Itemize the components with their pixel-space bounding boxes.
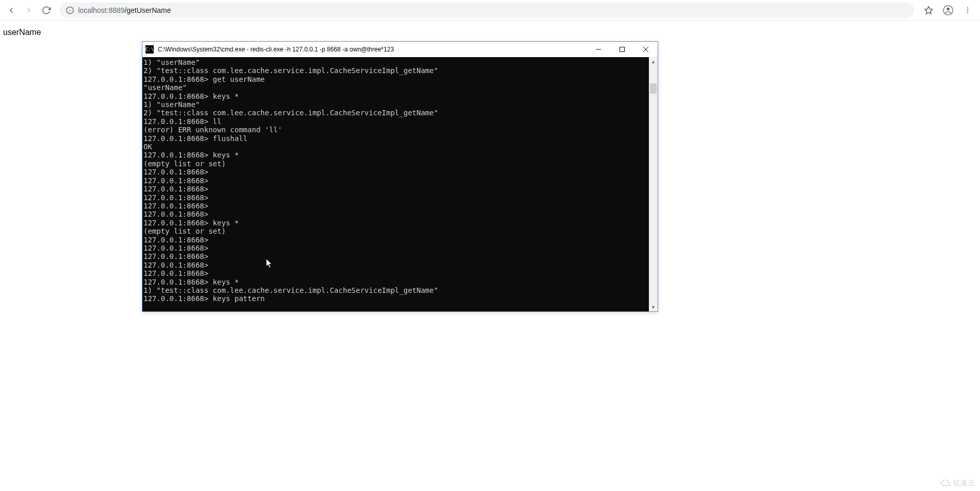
cmd-line: 127.0.0.1:8668> keys *: [143, 151, 648, 159]
cmd-line: 127.0.0.1:8668>: [143, 252, 648, 260]
cmd-line: (empty list or set): [143, 160, 648, 168]
minimize-button[interactable]: [587, 42, 610, 57]
svg-point-5: [947, 7, 949, 10]
cmd-line: 2) "test::class com.lee.cache.service.im…: [143, 109, 648, 117]
reload-button[interactable]: [39, 3, 53, 17]
cmd-line: 127.0.0.1:8668>: [143, 261, 648, 269]
profile-avatar-button[interactable]: [940, 2, 956, 19]
watermark-text: 亿速云: [953, 479, 975, 488]
cloud-icon: [940, 480, 951, 487]
cmd-line: 2) "test::class com.lee.cache.service.im…: [143, 66, 648, 75]
svg-point-6: [967, 7, 968, 8]
cmd-line: 127.0.0.1:8668>: [143, 168, 648, 176]
cmd-app-icon: C:\: [146, 45, 154, 54]
url-host: localhost:8889: [78, 6, 124, 14]
site-info-icon[interactable]: [66, 6, 74, 14]
cmd-body-wrap: 1) "userName"2) "test::class com.lee.cac…: [142, 57, 658, 311]
cmd-line: 127.0.0.1:8668>: [143, 269, 648, 277]
cmd-line: 127.0.0.1:8668>: [143, 236, 648, 244]
cmd-line: 1) "userName": [143, 100, 648, 109]
cmd-window: C:\ C:\Windows\System32\cmd.exe - redis-…: [142, 41, 658, 312]
svg-rect-10: [620, 47, 625, 52]
svg-marker-3: [925, 6, 933, 13]
scroll-up-arrow-icon[interactable]: ▴: [649, 57, 658, 66]
cmd-line: 1) "test::class com.lee.cache.service.im…: [143, 286, 648, 294]
page-body-text: userName: [3, 28, 41, 37]
back-button[interactable]: [4, 3, 19, 17]
cmd-line: 1) "userName": [143, 58, 648, 66]
scroll-thumb[interactable]: [650, 83, 657, 94]
cmd-line: 127.0.0.1:8668> keys pattern: [143, 294, 648, 303]
svg-point-7: [967, 9, 968, 10]
window-control-buttons: [587, 42, 658, 57]
url-text: localhost:8889/getUserName: [78, 6, 171, 14]
scroll-down-arrow-icon[interactable]: ▾: [649, 303, 658, 311]
scroll-track[interactable]: [649, 66, 658, 303]
cmd-terminal-output[interactable]: 1) "userName"2) "test::class com.lee.cac…: [142, 57, 649, 311]
cmd-line: 127.0.0.1:8668>: [143, 177, 648, 185]
cmd-titlebar[interactable]: C:\ C:\Windows\System32\cmd.exe - redis-…: [142, 42, 658, 57]
cmd-line: 127.0.0.1:8668>: [143, 210, 648, 218]
cmd-line: 127.0.0.1:8668>: [143, 185, 648, 193]
cmd-line: 127.0.0.1:8668>: [143, 202, 648, 210]
cmd-line: 127.0.0.1:8668> get userName: [143, 75, 648, 83]
cmd-line: 127.0.0.1:8668>: [143, 194, 648, 202]
cmd-line: 127.0.0.1:8668>: [143, 244, 648, 252]
cmd-vertical-scrollbar[interactable]: ▴ ▾: [649, 57, 658, 311]
maximize-button[interactable]: [610, 42, 634, 57]
cmd-line: 127.0.0.1:8668> keys *: [143, 219, 648, 227]
cmd-line: 127.0.0.1:8668> flushall: [143, 134, 648, 143]
watermark: 亿速云: [940, 479, 975, 488]
url-path: /getUserName: [124, 6, 171, 14]
cmd-line: 127.0.0.1:8668> ll: [143, 117, 648, 126]
address-bar[interactable]: localhost:8889/getUserName: [60, 3, 914, 18]
kebab-menu-icon[interactable]: [959, 2, 976, 19]
cmd-line: "userName": [143, 83, 648, 92]
cmd-line: (empty list or set): [143, 227, 648, 235]
close-button[interactable]: [634, 42, 658, 57]
cmd-line: 127.0.0.1:8668> keys *: [143, 92, 648, 100]
forward-button[interactable]: [22, 3, 36, 17]
cmd-line: 127.0.0.1:8668> keys *: [143, 278, 648, 286]
browser-toolbar: localhost:8889/getUserName: [0, 0, 980, 21]
svg-point-8: [967, 12, 968, 13]
cmd-window-title: C:\Windows\System32\cmd.exe - redis-cli.…: [158, 46, 587, 53]
bookmark-star-icon[interactable]: [920, 2, 937, 19]
cmd-line: OK: [143, 143, 648, 151]
cmd-line: (error) ERR unknown command 'll': [143, 126, 648, 134]
